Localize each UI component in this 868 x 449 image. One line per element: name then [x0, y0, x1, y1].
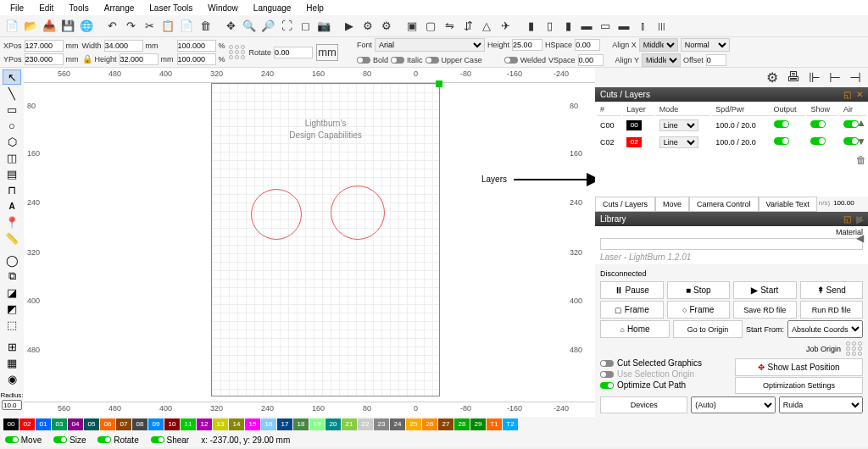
output-toggle[interactable] — [774, 137, 789, 145]
new-icon[interactable]: 📄 — [3, 18, 20, 35]
paste-icon[interactable]: 📄 — [178, 18, 195, 35]
color-swatch-00[interactable]: 00 — [3, 419, 19, 430]
anchor-grid[interactable] — [229, 45, 246, 59]
layer-down-icon[interactable]: ▼ — [856, 136, 866, 147]
color-swatch-19[interactable]: 19 — [309, 419, 325, 430]
polygon-tool[interactable]: ⬡ — [3, 134, 21, 149]
color-swatch-03[interactable]: 03 — [52, 419, 67, 430]
redo-icon[interactable]: ↷ — [122, 18, 139, 35]
pause-button[interactable]: ⏸Pause — [600, 281, 664, 299]
trace-icon[interactable]: △ — [478, 18, 495, 35]
color-swatch-18[interactable]: 18 — [293, 419, 309, 430]
alignc-icon[interactable]: ▯ — [541, 18, 558, 35]
frame2-button[interactable]: ○Frame — [667, 301, 731, 319]
color-swatch-25[interactable]: 25 — [406, 419, 421, 430]
distv-icon[interactable]: ⫿ — [634, 18, 651, 35]
workarea[interactable]: Lightburn's Design Capabilities — [211, 83, 440, 396]
cut-icon[interactable]: ✂ — [141, 18, 158, 35]
send-button[interactable]: ↟Send — [800, 281, 864, 299]
library-input[interactable] — [600, 238, 863, 250]
send-icon[interactable]: ✈ — [497, 18, 514, 35]
preview-icon[interactable]: ▶ — [341, 18, 358, 35]
rect-tool[interactable]: ▭ — [3, 102, 21, 117]
color-swatch-08[interactable]: 08 — [132, 419, 147, 430]
tab-tool[interactable]: ⊓ — [3, 182, 21, 197]
circular-tool[interactable]: ◉ — [3, 371, 21, 386]
ellipse-tool[interactable]: ○ — [3, 118, 21, 133]
save-icon[interactable]: 💾 — [59, 18, 76, 35]
camera-icon[interactable]: 📷 — [315, 18, 332, 35]
boolean3-tool[interactable]: ⬚ — [3, 317, 21, 332]
position-tool[interactable]: 📍 — [3, 214, 21, 230]
tab-variable[interactable]: Variable Text — [759, 197, 817, 212]
stop-button[interactable]: ■Stop — [667, 281, 731, 299]
menu-help[interactable]: Help — [299, 2, 331, 14]
pan-icon[interactable]: ✥ — [222, 18, 239, 35]
alignm-icon[interactable]: ▭ — [597, 18, 614, 35]
color-swatch-01[interactable]: 01 — [36, 419, 51, 430]
unit-button[interactable]: mm — [316, 44, 338, 61]
layer-color[interactable]: 00 — [626, 120, 642, 130]
optset-button[interactable]: Optimization Settings — [735, 377, 863, 394]
show-toggle[interactable] — [810, 137, 826, 145]
start-button[interactable]: ▶Start — [733, 281, 797, 299]
color-swatch-22[interactable]: 22 — [358, 419, 373, 430]
cutsel-toggle[interactable] — [600, 360, 614, 367]
canvas[interactable]: 80 160 240 320 400 480 80 160 240 320 40… — [46, 83, 595, 402]
select-tool[interactable]: ↖ — [3, 69, 21, 85]
align-icon2[interactable]: ⊢ — [829, 69, 841, 86]
color-swatch-24[interactable]: 24 — [390, 419, 405, 430]
bold-toggle[interactable] — [357, 57, 370, 64]
line-tool[interactable]: ╲ — [3, 86, 21, 101]
normal-select[interactable]: Normal — [681, 38, 730, 52]
color-swatch-T2[interactable]: T2 — [503, 419, 518, 430]
disth-icon[interactable]: ⫼ — [653, 18, 670, 35]
color-swatch-20[interactable]: 20 — [326, 419, 341, 430]
layer-row[interactable]: C02 02 Line 100.0 / 20.0 — [597, 135, 866, 150]
menu-language[interactable]: Language — [247, 2, 298, 14]
color-swatch-28[interactable]: 28 — [454, 419, 470, 430]
nodeedit-tool[interactable]: ◫ — [3, 150, 21, 165]
alignb-icon[interactable]: ▬ — [615, 18, 632, 35]
color-swatch-26[interactable]: 26 — [422, 419, 437, 430]
pcth-input[interactable] — [177, 53, 216, 65]
color-swatch-13[interactable]: 13 — [213, 419, 228, 430]
rotary-icon[interactable]: ⚙ — [766, 69, 778, 86]
menu-edit[interactable]: Edit — [32, 2, 60, 14]
usesel-toggle[interactable] — [600, 371, 614, 378]
saverd-button[interactable]: Save RD file — [733, 301, 797, 319]
font-select[interactable]: Arial — [375, 38, 485, 52]
ypos-input[interactable] — [25, 53, 64, 65]
layer-delete-icon[interactable]: 🗑 — [856, 154, 866, 166]
hspace-input[interactable] — [575, 39, 600, 51]
color-swatch-14[interactable]: 14 — [229, 419, 244, 430]
width-input[interactable] — [104, 40, 143, 52]
text-tool[interactable]: A — [3, 198, 21, 213]
settings-icon[interactable]: ⚙ — [359, 18, 376, 35]
canvas-text[interactable]: Lightburn's Design Capabilities — [212, 118, 439, 141]
xpos-input[interactable] — [25, 40, 64, 52]
menu-lasertools[interactable]: Laser Tools — [142, 2, 199, 14]
vspace-input[interactable] — [578, 54, 604, 66]
color-swatch-17[interactable]: 17 — [277, 419, 292, 430]
boolean2-tool[interactable]: ◩ — [3, 301, 21, 316]
goto-button[interactable]: Go to Origin — [673, 320, 743, 338]
alignr-icon[interactable]: ▮ — [559, 18, 576, 35]
pctw-input[interactable] — [177, 40, 216, 52]
globe-icon[interactable]: 🌐 — [78, 18, 95, 35]
fliph-icon[interactable]: ⇋ — [441, 18, 458, 35]
align-icon3[interactable]: ⊣ — [849, 69, 861, 86]
offset-input[interactable] — [706, 54, 726, 66]
align-icon1[interactable]: ⊩ — [809, 69, 821, 86]
startfrom-select[interactable]: Absolute Coords — [787, 320, 863, 338]
alignx-select[interactable]: Middle — [639, 38, 678, 52]
close-icon[interactable]: ✕ — [856, 90, 863, 99]
alignl-icon[interactable]: ▮ — [522, 18, 539, 35]
size-toggle[interactable] — [53, 436, 67, 443]
rotate-input[interactable] — [274, 47, 313, 58]
rotate-toggle[interactable] — [97, 436, 111, 443]
color-swatch-09[interactable]: 09 — [148, 419, 164, 430]
printer-icon[interactable]: 🖶 — [787, 69, 800, 85]
shear-toggle[interactable] — [151, 436, 164, 443]
italic-toggle[interactable] — [391, 57, 404, 64]
